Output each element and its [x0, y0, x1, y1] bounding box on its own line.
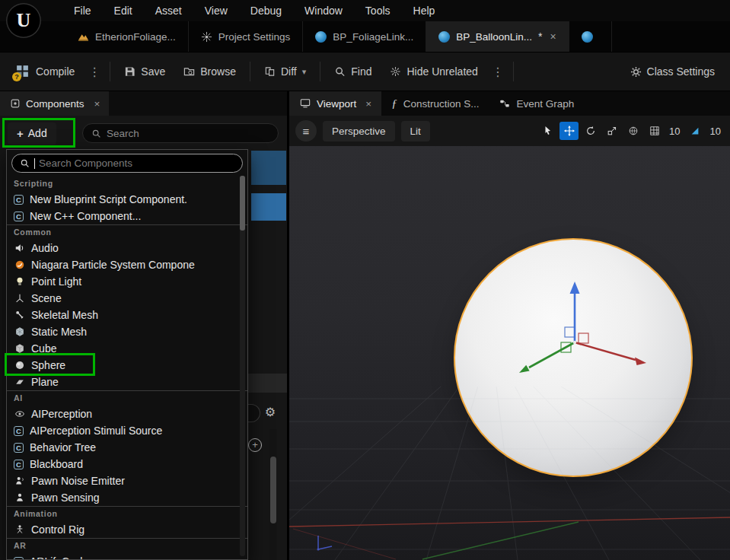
asset-tab-bar: EtherionFoliage... Project Settings BP_F…	[0, 21, 730, 52]
scene-icon	[14, 293, 25, 304]
component-search-input[interactable]	[39, 158, 235, 169]
add-component-dropdown: Scripting New Blueprint Script Component…	[6, 149, 248, 560]
add-label: Add	[28, 127, 47, 139]
eye-icon	[14, 409, 25, 420]
menu-window[interactable]: Window	[295, 2, 352, 20]
list-item-plane[interactable]: Plane	[7, 374, 247, 390]
unsaved-indicator: *	[538, 30, 542, 43]
menu-help[interactable]: Help	[403, 2, 445, 20]
hide-unrelated-button[interactable]: Hide Unrelated	[382, 60, 485, 83]
panel-section-divider	[248, 374, 287, 393]
panel-scrollbar-thumb[interactable]	[270, 457, 276, 523]
menu-asset[interactable]: Asset	[145, 2, 192, 20]
list-item-point-light[interactable]: Point Light	[7, 273, 247, 290]
browse-button[interactable]: Browse	[176, 60, 244, 83]
grid-snap-icon[interactable]	[645, 122, 664, 140]
list-item-blackboard[interactable]: Blackboard	[7, 456, 247, 473]
move-tool-icon[interactable]	[559, 122, 579, 140]
list-item-aiperception-stimuli[interactable]: AIPerception Stimuli Source	[7, 422, 247, 439]
menu-edit[interactable]: Edit	[104, 2, 142, 20]
close-panel-icon[interactable]: ×	[94, 98, 100, 110]
component-row-selected-partial[interactable]	[251, 193, 286, 221]
tab-viewport[interactable]: Viewport ×	[289, 91, 381, 116]
select-tool-icon[interactable]	[538, 122, 557, 140]
rotate-tool-icon[interactable]	[581, 122, 600, 140]
class-settings-button[interactable]: Class Settings	[623, 60, 722, 83]
components-tab[interactable]: Components ×	[0, 91, 109, 116]
component-row-selected-partial[interactable]	[251, 151, 286, 185]
grid-snap-value[interactable]: 10	[666, 126, 683, 137]
compile-button[interactable]: Compile	[8, 59, 82, 84]
list-item-new-blueprint-script[interactable]: New Blueprint Script Component.	[7, 191, 247, 208]
add-item-plus-icon[interactable]	[248, 438, 262, 452]
component-search-field[interactable]	[11, 154, 243, 173]
item-label: Cube	[31, 342, 56, 355]
item-label: AIPerception Stimuli Source	[30, 425, 162, 437]
sphere-actor[interactable]	[454, 238, 693, 477]
menu-debug[interactable]: Debug	[241, 2, 292, 20]
components-panel: Components × Add	[0, 91, 287, 560]
tab-bp-balloonlink-active[interactable]: BP_BalloonLin... * ×	[426, 21, 569, 52]
toolbar-separator	[110, 62, 110, 81]
components-search-field[interactable]	[82, 123, 279, 143]
list-item-pawn-noise-emitter[interactable]: Pawn Noise Emitter	[7, 473, 247, 489]
close-tab-icon[interactable]: ×	[365, 98, 371, 110]
close-tab-icon[interactable]: ×	[550, 30, 556, 43]
tab-event-graph[interactable]: Event Graph	[489, 91, 584, 116]
save-button[interactable]: Save	[116, 60, 173, 83]
components-tab-bar: Components ×	[0, 91, 287, 116]
hide-unrelated-kebab-icon[interactable]	[489, 62, 507, 82]
rotation-snap-icon[interactable]	[686, 122, 705, 140]
list-item-aiperception[interactable]: AIPerception	[7, 406, 247, 422]
panel-settings-gear-icon[interactable]	[263, 406, 277, 419]
list-item-new-cpp-component[interactable]: New C++ Component...	[7, 208, 247, 224]
perspective-dropdown[interactable]: Perspective	[323, 121, 395, 142]
find-button[interactable]: Find	[327, 60, 379, 83]
transform-tools: 10 10	[538, 122, 724, 140]
item-label: New C++ Component...	[30, 210, 141, 222]
text-caret	[34, 158, 35, 169]
coordinate-space-globe-icon[interactable]	[623, 122, 642, 140]
tab-construction-script[interactable]: Construction S...	[381, 91, 489, 116]
scale-tool-icon[interactable]	[602, 122, 621, 140]
components-search-input[interactable]	[107, 128, 270, 139]
tab-project-settings[interactable]: Project Settings	[189, 21, 304, 52]
list-item-sphere[interactable]: Sphere	[7, 357, 247, 374]
tab-etherion-foliage[interactable]: EtherionFoliage...	[65, 21, 189, 52]
menu-bar: File Edit Asset View Debug Window Tools …	[0, 0, 730, 21]
diff-button[interactable]: Diff	[257, 60, 314, 83]
list-item-cube[interactable]: Cube	[7, 340, 247, 357]
list-item-control-rig[interactable]: Control Rig	[7, 521, 247, 538]
menu-view[interactable]: View	[195, 2, 237, 20]
viewport-options-menu-icon[interactable]	[295, 120, 317, 142]
section-animation: Animation Control Rig	[7, 506, 247, 538]
dropdown-scrollbar-thumb[interactable]	[240, 176, 245, 231]
list-item-niagara[interactable]: Niagara Particle System Compone	[7, 256, 247, 273]
list-item-skeletal-mesh[interactable]: Skeletal Mesh	[7, 307, 247, 323]
add-component-button[interactable]: Add	[8, 123, 56, 145]
components-tab-label: Components	[26, 98, 84, 110]
viewport-3d-canvas[interactable]	[289, 146, 730, 560]
menu-tools[interactable]: Tools	[355, 2, 400, 20]
tab-label: Viewport	[317, 98, 356, 110]
item-label: Static Mesh	[31, 326, 87, 338]
list-item-ar-partial[interactable]: ARLifeCycle	[7, 553, 247, 560]
tab-partial-right[interactable]	[569, 21, 612, 52]
compile-options-kebab-icon[interactable]	[85, 62, 104, 82]
compile-icon	[15, 64, 30, 79]
list-item-static-mesh[interactable]: Static Mesh	[7, 323, 247, 340]
search-icon	[91, 128, 102, 139]
list-item-scene[interactable]: Scene	[7, 290, 247, 307]
menu-file[interactable]: File	[64, 2, 101, 20]
component-class-icon	[14, 212, 24, 221]
panel-scrollbar[interactable]	[269, 429, 277, 560]
compile-status-unknown-badge	[12, 72, 21, 81]
dropdown-scrollbar[interactable]	[240, 176, 245, 556]
view-mode-dropdown[interactable]: Lit	[401, 121, 430, 142]
list-item-audio[interactable]: Audio	[7, 240, 247, 256]
diff-label: Diff	[281, 65, 297, 78]
list-item-behavior-tree[interactable]: Behavior Tree	[7, 439, 247, 456]
rotation-snap-value[interactable]: 10	[707, 126, 724, 137]
list-item-pawn-sensing[interactable]: Pawn Sensing	[7, 489, 247, 506]
tab-bp-foliagelink[interactable]: BP_FoliageLink...	[303, 21, 426, 52]
